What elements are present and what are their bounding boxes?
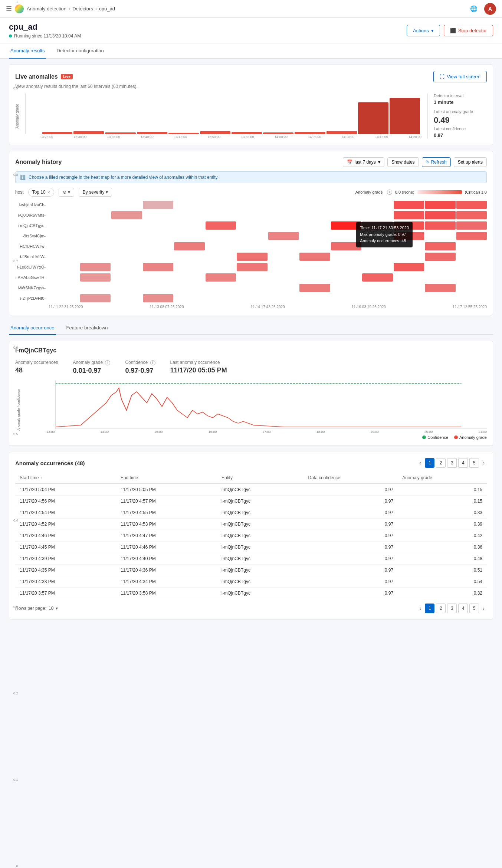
heat-cell[interactable] <box>362 211 393 219</box>
page-button[interactable]: 2 <box>436 604 446 613</box>
heat-cell[interactable] <box>174 232 205 240</box>
heat-cell[interactable] <box>80 273 111 282</box>
heat-cell[interactable] <box>143 232 174 240</box>
page-button[interactable]: 5 <box>469 604 479 613</box>
heat-cell[interactable] <box>268 211 299 219</box>
heat-cell[interactable] <box>80 242 111 250</box>
avatar[interactable]: A <box>484 3 496 15</box>
heat-cell[interactable] <box>174 284 205 292</box>
heat-cell[interactable] <box>49 284 79 292</box>
heat-cell[interactable] <box>331 201 362 209</box>
heat-cell[interactable] <box>206 253 236 261</box>
page-button[interactable]: 4 <box>458 458 468 468</box>
col-data-confidence[interactable]: Data confidence <box>304 472 398 484</box>
heat-cell[interactable] <box>237 232 268 240</box>
heat-cell[interactable] <box>143 221 174 230</box>
heat-cell[interactable] <box>206 211 236 219</box>
heat-cell[interactable] <box>425 232 456 240</box>
heat-cell[interactable] <box>80 253 111 261</box>
heat-cell[interactable] <box>299 232 330 240</box>
heat-cell[interactable] <box>143 263 174 271</box>
heat-cell[interactable] <box>331 221 362 230</box>
heat-cell[interactable] <box>237 221 268 230</box>
prev-page-arrow[interactable]: ‹ <box>417 459 424 467</box>
rows-per-page[interactable]: Rows per page: 10 ▾ <box>15 606 58 611</box>
table-row[interactable]: 11/17/20 4:45 PM 11/17/20 4:46 PM i-mQjn… <box>15 542 487 553</box>
filter-chip-remove[interactable]: ✕ <box>47 190 50 194</box>
heat-cell[interactable] <box>268 263 299 271</box>
heat-cell[interactable] <box>362 263 393 271</box>
heat-cell[interactable] <box>268 294 299 302</box>
heat-cell[interactable] <box>268 253 299 261</box>
tab-detector-config[interactable]: Detector configuration <box>55 43 105 59</box>
table-row[interactable]: 11/17/20 5:04 PM 11/17/20 5:05 PM i-mQjn… <box>15 484 487 496</box>
heat-cell[interactable] <box>456 211 487 219</box>
heat-cell[interactable] <box>237 294 268 302</box>
heat-cell[interactable] <box>425 221 456 230</box>
heat-cell[interactable] <box>425 284 456 292</box>
heat-cell[interactable] <box>394 242 424 250</box>
heat-cell[interactable] <box>268 221 299 230</box>
heat-cell[interactable] <box>394 273 424 282</box>
heat-cell[interactable] <box>331 242 362 250</box>
heat-cell[interactable] <box>299 273 330 282</box>
table-row[interactable]: 11/17/20 4:46 PM 11/17/20 4:47 PM i-mQjn… <box>15 530 487 542</box>
show-dates-button[interactable]: Show dates <box>387 157 419 167</box>
heat-cell[interactable] <box>111 294 142 302</box>
heat-cell[interactable] <box>331 284 362 292</box>
page-button[interactable]: 2 <box>436 458 446 468</box>
globe-icon-btn[interactable]: 🌐 <box>468 3 480 15</box>
heat-cell[interactable] <box>456 242 487 250</box>
heat-cell[interactable] <box>143 201 174 209</box>
heat-cell[interactable] <box>425 294 456 302</box>
heat-cell[interactable] <box>331 263 362 271</box>
refresh-button[interactable]: ↻ Refresh <box>422 157 451 167</box>
confidence-info-icon[interactable]: i <box>150 360 155 365</box>
setup-alerts-button[interactable]: Set up alerts <box>454 157 487 167</box>
heat-cell[interactable] <box>299 284 330 292</box>
col-start-time[interactable]: Start time <box>15 472 116 484</box>
heat-cell[interactable] <box>425 242 456 250</box>
heat-cell[interactable] <box>206 284 236 292</box>
heat-cell[interactable] <box>425 211 456 219</box>
heat-cell[interactable] <box>49 263 79 271</box>
menu-icon[interactable]: ☰ <box>6 5 12 13</box>
table-row[interactable]: 11/17/20 4:39 PM 11/17/20 4:40 PM i-mQjn… <box>15 553 487 565</box>
heat-cell[interactable] <box>268 242 299 250</box>
page-button[interactable]: 5 <box>469 458 479 468</box>
heat-cell[interactable] <box>394 232 424 240</box>
col-end-time[interactable]: End time <box>116 472 217 484</box>
heat-cell[interactable] <box>425 273 456 282</box>
heat-cell[interactable] <box>111 232 142 240</box>
sort-dropdown[interactable]: By severity ▾ <box>79 188 112 197</box>
heat-cell[interactable] <box>456 232 487 240</box>
heat-cell[interactable] <box>206 294 236 302</box>
col-entity[interactable]: Entity <box>217 472 304 484</box>
heat-cell[interactable] <box>237 242 268 250</box>
table-row[interactable]: 11/17/20 4:54 PM 11/17/20 4:55 PM i-mQjn… <box>15 507 487 519</box>
heat-cell[interactable] <box>80 232 111 240</box>
heat-cell[interactable] <box>425 263 456 271</box>
heat-cell[interactable] <box>299 211 330 219</box>
heat-cell[interactable] <box>425 201 456 209</box>
heat-cell[interactable] <box>80 201 111 209</box>
heat-cell[interactable] <box>80 294 111 302</box>
next-page-arrow[interactable]: › <box>480 459 487 467</box>
heat-cell[interactable] <box>111 253 142 261</box>
heat-cell[interactable] <box>268 232 299 240</box>
heat-cell[interactable] <box>299 263 330 271</box>
heat-cell[interactable] <box>237 263 268 271</box>
heat-cell[interactable] <box>174 253 205 261</box>
heat-cell[interactable] <box>49 201 79 209</box>
heat-cell[interactable] <box>206 242 236 250</box>
page-button[interactable]: 3 <box>447 604 457 613</box>
heat-cell[interactable] <box>425 253 456 261</box>
heat-cell[interactable] <box>362 201 393 209</box>
heat-cell[interactable] <box>456 263 487 271</box>
heat-cell[interactable] <box>456 273 487 282</box>
heat-cell[interactable] <box>299 201 330 209</box>
heat-cell[interactable] <box>111 273 142 282</box>
heat-cell[interactable] <box>111 263 142 271</box>
heat-cell[interactable] <box>456 253 487 261</box>
heat-cell[interactable] <box>49 253 79 261</box>
